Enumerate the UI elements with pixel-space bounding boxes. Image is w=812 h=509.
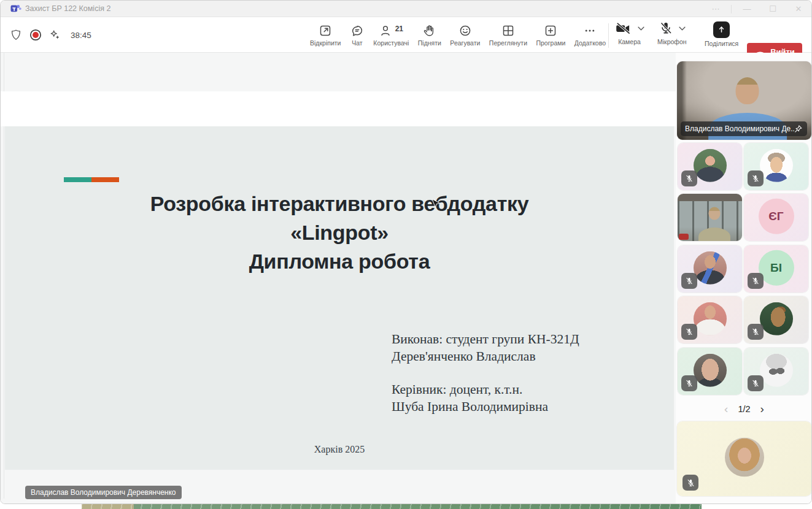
chat-bubble-icon [350, 23, 365, 38]
window-controls: ⋯ — ☐ ✕ [703, 1, 811, 17]
window-more-button[interactable]: ⋯ [703, 1, 729, 17]
participant-tile[interactable] [678, 296, 742, 343]
initials-avatar: БІ [759, 250, 794, 285]
self-view-tile[interactable] [677, 421, 811, 496]
add-app-icon [543, 23, 558, 38]
smiley-icon [458, 23, 473, 38]
pagination-prev-icon: ‹ [724, 402, 728, 416]
credit-line-2: Дерев'янченко Владислав [392, 348, 579, 365]
initials-avatar: ЄГ [759, 198, 794, 234]
view-label: Переглянути [489, 39, 527, 47]
react-label: Реагувати [450, 39, 480, 47]
camera-button[interactable]: Камера [614, 19, 644, 45]
share-label: Поділитися [705, 40, 738, 47]
gallery-pagination: ‹ 1/2 › [676, 400, 812, 418]
video-person-head [708, 207, 720, 220]
shared-content-stage: Розробка інтерактивного вебдодатку «Ling… [1, 53, 676, 504]
slide-accent-bar [64, 177, 119, 182]
microphone-button[interactable]: Мікрофон [657, 19, 687, 45]
participant-tile[interactable] [744, 348, 808, 395]
muted-badge [748, 375, 764, 391]
accent-orange-segment [91, 177, 119, 182]
window-title: Захист БР 122 Комісія 2 [25, 4, 110, 13]
video-scene-detail [679, 234, 689, 240]
muted-badge [682, 475, 698, 491]
participant-tile[interactable]: ЄГ [744, 194, 808, 241]
supervisor-line-1: Керівник: доцент, к.т.н. [392, 381, 579, 398]
ellipsis-icon [582, 23, 597, 38]
muted-badge [681, 170, 697, 186]
more-options-button[interactable]: Додатково [574, 19, 606, 47]
pinned-speaker-tile[interactable]: Владислав Володимирович Де... [677, 61, 811, 140]
slide-footer: Харків 2025 [5, 444, 674, 455]
participant-tile[interactable] [678, 194, 742, 241]
presentation-slide: Розробка інтерактивного вебдодатку «Ling… [5, 126, 674, 470]
people-icon [379, 23, 394, 38]
pinned-person-head [735, 77, 759, 104]
chevron-down-icon[interactable] [638, 26, 644, 31]
apps-label: Програми [536, 39, 565, 47]
mouse-cursor [431, 199, 441, 210]
chevron-down-icon[interactable] [679, 26, 686, 31]
muted-badge [681, 324, 697, 340]
pagination-next-icon[interactable]: › [760, 402, 764, 416]
share-button[interactable]: Поділитися [705, 19, 738, 47]
participant-tile[interactable] [678, 143, 742, 190]
maximize-button[interactable]: ☐ [760, 1, 786, 17]
recording-indicator-icon [28, 28, 43, 42]
pinned-name-label: Владислав Володимирович Де... [681, 121, 807, 136]
toolbar-center-buttons: Відкріпити Чат 21 Користувачі [310, 19, 606, 51]
mic-off-icon [658, 20, 674, 36]
meeting-toolbar: 38:45 Відкріпити Чат [1, 17, 811, 53]
meeting-status-cluster: 38:45 [9, 17, 91, 53]
apps-button[interactable]: Програми [536, 19, 565, 47]
close-button[interactable]: ✕ [786, 1, 811, 17]
chat-button[interactable]: Чат [350, 19, 365, 47]
accent-teal-segment [64, 177, 91, 182]
participants-button[interactable]: 21 Користувачі [373, 19, 409, 47]
avatar [694, 302, 727, 335]
credit-gap [392, 365, 579, 381]
participant-tile[interactable] [678, 348, 742, 395]
supervisor-line-2: Шуба Ірина Володимирівна [392, 398, 579, 415]
participant-tile[interactable] [678, 245, 742, 293]
slide-title-line-3: Дипломна робота [5, 247, 674, 276]
unpin-label: Відкріпити [310, 39, 341, 47]
microphone-label: Мікрофон [657, 38, 687, 45]
slide-title-line-1: Розробка інтерактивного вебдодатку [5, 189, 674, 218]
participants-count: 21 [395, 25, 403, 33]
chat-label: Чат [352, 39, 362, 47]
video-person-body [698, 228, 730, 241]
more-options-label: Додатково [574, 39, 606, 47]
view-button[interactable]: Переглянути [489, 19, 527, 47]
minimize-button[interactable]: — [734, 1, 760, 17]
open-in-new-icon [318, 23, 333, 38]
presenter-name-overlay: Владислав Володимирович Деревянченко [25, 486, 182, 499]
react-button[interactable]: Реагувати [450, 19, 480, 47]
slide-title: Розробка інтерактивного вебдодатку «Ling… [5, 189, 674, 276]
self-avatar [725, 437, 764, 476]
unpin-button[interactable]: Відкріпити [310, 19, 341, 47]
muted-badge [748, 273, 764, 289]
avatar [694, 251, 727, 284]
meeting-timer: 38:45 [71, 31, 91, 40]
teams-logo-icon [10, 4, 21, 13]
participant-gallery: Владислав Володимирович Де... [676, 53, 812, 504]
teams-meeting-window: Захист БР 122 Комісія 2 ⋯ — ☐ ✕ 38:45 [0, 0, 812, 504]
slide-title-line-2: «Lingpot» [5, 218, 674, 247]
effects-sparkle-icon [48, 28, 62, 42]
toolbar-divider [608, 23, 609, 48]
credit-line-1: Виконав: студент групи КН-321Д [392, 331, 579, 348]
participant-tile[interactable]: БІ [744, 245, 808, 293]
raise-hand-button[interactable]: Підняти [418, 19, 441, 47]
camera-off-icon [614, 20, 633, 36]
muted-badge [748, 324, 764, 340]
muted-badge [748, 170, 764, 186]
pin-icon [794, 124, 803, 133]
stage-white-band [1, 91, 676, 126]
share-tray-icon [713, 21, 730, 38]
participants-label: Користувачі [373, 39, 409, 47]
participant-tile[interactable] [744, 143, 808, 190]
avatar [760, 302, 793, 335]
participant-tile[interactable] [744, 296, 808, 343]
